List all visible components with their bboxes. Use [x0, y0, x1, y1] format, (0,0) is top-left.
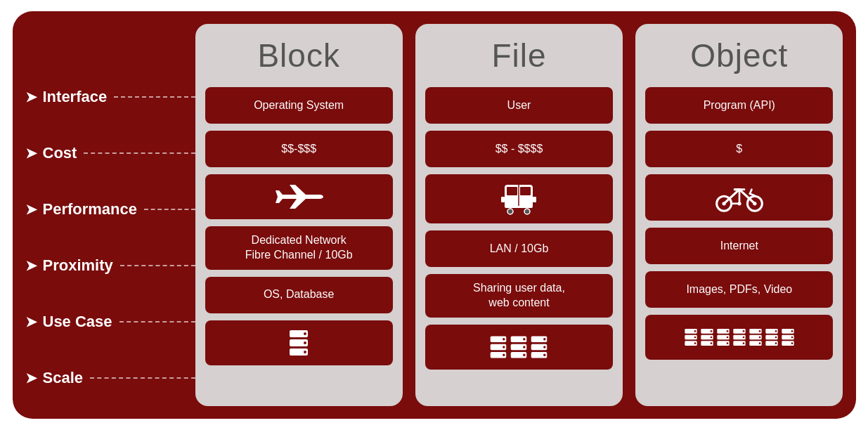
- file-cost: $$ - $$$$: [425, 131, 613, 167]
- svg-point-5: [304, 351, 306, 353]
- svg-point-63: [726, 337, 728, 339]
- svg-point-50: [694, 330, 696, 332]
- labels-column: ➤ Interface ➤ Cost ➤ Performance ➤ Proxi…: [13, 11, 195, 419]
- label-text-scale: Scale: [43, 369, 84, 387]
- server-icon-block: [288, 330, 309, 356]
- card-block: Block Operating System $$-$$$ Dedicated …: [195, 24, 403, 406]
- svg-point-82: [775, 342, 777, 344]
- svg-point-68: [742, 330, 744, 332]
- arrow-interface: ➤: [25, 89, 37, 105]
- svg-point-69: [742, 337, 744, 339]
- svg-point-62: [726, 330, 728, 332]
- file-title: File: [491, 37, 546, 74]
- file-use-case: Sharing user data, web content: [425, 274, 613, 318]
- object-scale-icons: [684, 327, 795, 348]
- card-file: File User $$ - $$$$ LAN / 10Gb Shari: [415, 24, 623, 406]
- bike-icon: [715, 181, 764, 214]
- object-title: Object: [690, 37, 788, 74]
- svg-point-74: [758, 330, 760, 332]
- svg-point-76: [758, 342, 760, 344]
- dashes-cost: [84, 152, 195, 154]
- cards-area: Block Operating System $$-$$$ Dedicated …: [195, 11, 856, 419]
- card-object: Object Program (API) $: [635, 24, 843, 406]
- svg-point-18: [503, 338, 505, 340]
- block-cost: $$-$$$: [205, 131, 393, 167]
- label-cost: ➤ Cost: [25, 125, 195, 181]
- svg-point-70: [742, 342, 744, 344]
- svg-point-26: [524, 353, 526, 356]
- svg-point-80: [775, 330, 777, 332]
- dashes-use-case: [119, 321, 195, 322]
- svg-point-32: [544, 353, 546, 356]
- svg-line-42: [750, 190, 752, 194]
- arrow-use-case: ➤: [25, 313, 37, 330]
- svg-point-3: [304, 332, 306, 335]
- svg-point-30: [544, 338, 546, 340]
- svg-rect-7: [507, 187, 517, 195]
- bus-icon: [501, 181, 536, 216]
- svg-point-25: [524, 346, 526, 348]
- object-proximity: Internet: [645, 228, 833, 264]
- plane-icon: [274, 183, 323, 210]
- svg-point-19: [503, 346, 505, 348]
- label-scale: ➤ Scale: [25, 350, 195, 406]
- svg-point-57: [710, 337, 712, 339]
- label-text-use-case: Use Case: [43, 313, 112, 331]
- svg-point-11: [507, 209, 513, 214]
- svg-point-4: [304, 341, 306, 344]
- block-proximity: Dedicated Network Fibre Channel / 10Gb: [205, 226, 393, 270]
- svg-point-46: [753, 202, 756, 205]
- main-container: ➤ Interface ➤ Cost ➤ Performance ➤ Proxi…: [13, 11, 856, 419]
- file-performance: [425, 174, 613, 223]
- block-interface: Operating System: [205, 87, 393, 124]
- arrow-scale: ➤: [25, 370, 37, 386]
- block-title: Block: [257, 37, 339, 74]
- svg-point-86: [791, 330, 793, 332]
- svg-point-75: [758, 337, 760, 339]
- object-cost: $: [645, 131, 833, 167]
- svg-point-44: [737, 202, 741, 205]
- label-use-case: ➤ Use Case: [25, 294, 195, 350]
- svg-point-58: [710, 342, 712, 344]
- label-performance: ➤ Performance: [25, 181, 195, 237]
- file-proximity: LAN / 10Gb: [425, 230, 613, 267]
- svg-point-52: [694, 342, 696, 344]
- dashes-scale: [90, 377, 195, 379]
- svg-point-20: [503, 353, 505, 356]
- label-interface: ➤ Interface: [25, 69, 195, 125]
- object-interface: Program (API): [645, 87, 833, 124]
- block-use-case: OS, Database: [205, 277, 393, 313]
- object-scale: [645, 315, 833, 360]
- file-scale: [425, 325, 613, 370]
- arrow-cost: ➤: [25, 145, 37, 162]
- label-text-cost: Cost: [43, 144, 77, 162]
- file-interface: User: [425, 87, 613, 124]
- svg-rect-14: [533, 197, 536, 202]
- object-performance: [645, 174, 833, 221]
- dashes-interface: [114, 96, 195, 98]
- label-text-proximity: Proximity: [43, 256, 113, 275]
- label-text-interface: Interface: [43, 88, 108, 106]
- file-scale-icons: [489, 335, 548, 359]
- svg-point-12: [524, 209, 530, 214]
- label-text-performance: Performance: [43, 200, 138, 219]
- svg-point-87: [791, 337, 793, 339]
- dashes-proximity: [120, 265, 195, 266]
- svg-point-51: [694, 337, 696, 339]
- block-scale: [205, 320, 393, 365]
- block-performance: [205, 174, 393, 219]
- arrow-performance: ➤: [25, 201, 37, 218]
- dashes-performance: [144, 209, 195, 210]
- svg-point-88: [791, 342, 793, 344]
- arrow-proximity: ➤: [25, 257, 37, 274]
- label-proximity: ➤ Proximity: [25, 237, 195, 294]
- svg-point-45: [722, 202, 725, 205]
- svg-rect-8: [520, 187, 531, 195]
- svg-point-31: [544, 346, 546, 348]
- svg-point-56: [710, 330, 712, 332]
- svg-rect-13: [501, 197, 505, 202]
- svg-point-64: [726, 342, 728, 344]
- object-use-case: Images, PDFs, Video: [645, 271, 833, 308]
- svg-point-81: [775, 337, 777, 339]
- svg-point-24: [524, 338, 526, 340]
